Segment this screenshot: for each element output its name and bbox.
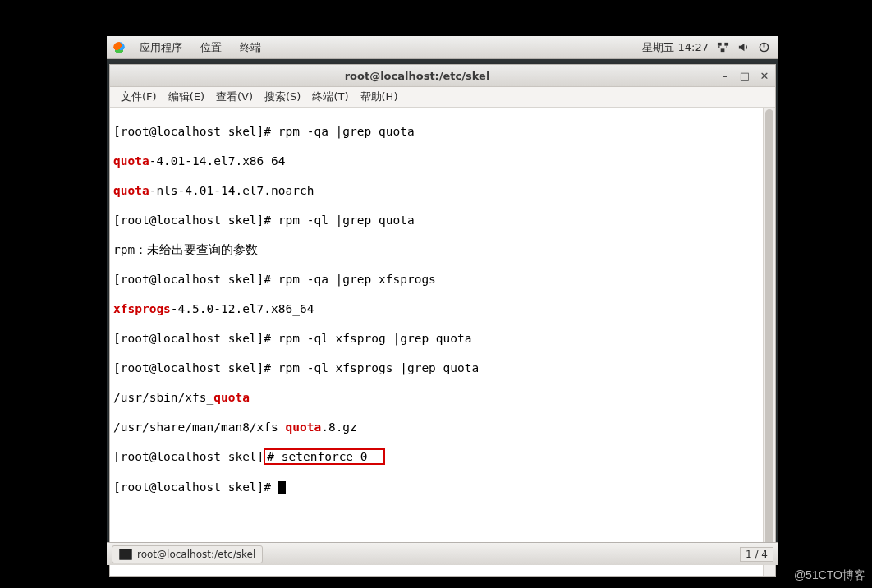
svg-rect-1 xyxy=(724,43,728,46)
term-line: [root@localhost skel]# rpm -qa |grep quo… xyxy=(113,125,415,138)
term-text: -nls-4.01-14.el7.noarch xyxy=(149,184,314,197)
term-line: [root@localhost skel]# rpm -qa |grep xfs… xyxy=(113,273,436,286)
network-icon[interactable] xyxy=(717,41,729,53)
terminal-window: root@localhost:/etc/skel – □ ✕ 文件(F) 编辑(… xyxy=(109,64,776,577)
taskbar-entry-terminal[interactable]: root@localhost:/etc/skel xyxy=(112,545,263,563)
menu-applications[interactable]: 应用程序 xyxy=(133,40,189,55)
term-text: /usr/sbin/xfs_ xyxy=(113,391,213,404)
power-icon[interactable] xyxy=(758,41,770,53)
menu-view[interactable]: 查看(V) xyxy=(210,90,259,104)
svg-rect-0 xyxy=(718,43,722,46)
taskbar-entry-label: root@localhost:/etc/skel xyxy=(137,549,255,560)
workspace-pager[interactable]: 1 / 4 xyxy=(740,547,773,562)
menu-terminal[interactable]: 终端 xyxy=(233,40,268,55)
terminal-scrollbar[interactable] xyxy=(763,108,775,576)
term-text: [root@localhost skel] xyxy=(113,450,264,463)
menu-help[interactable]: 帮助(H) xyxy=(355,90,404,104)
menu-file[interactable]: 文件(F) xyxy=(115,90,163,104)
menu-edit[interactable]: 编辑(E) xyxy=(163,90,210,104)
scrollbar-thumb[interactable] xyxy=(765,109,773,558)
menu-places[interactable]: 位置 xyxy=(194,40,228,55)
term-highlight: quota xyxy=(113,154,149,168)
term-line: [root@localhost skel]# xyxy=(113,480,278,494)
term-highlight: quota xyxy=(286,420,322,434)
highlighted-command-box: # setenforce 0 xyxy=(264,448,385,465)
term-highlight: xfsprogs xyxy=(113,302,171,315)
term-text: .8.gz xyxy=(321,420,357,434)
bottom-panel: root@localhost:/etc/skel 1 / 4 xyxy=(107,542,778,565)
term-line: [root@localhost skel]# rpm -ql xfsprogs … xyxy=(113,361,479,374)
terminal-body[interactable]: [root@localhost skel]# rpm -qa |grep quo… xyxy=(110,108,775,576)
clock[interactable]: 星期五 14:27 xyxy=(642,40,709,55)
menu-search[interactable]: 搜索(S) xyxy=(259,90,306,104)
close-button[interactable]: ✕ xyxy=(759,70,770,81)
distro-logo-icon[interactable] xyxy=(113,42,125,53)
menubar: 文件(F) 编辑(E) 查看(V) 搜索(S) 终端(T) 帮助(H) xyxy=(110,87,775,108)
terminal-icon xyxy=(119,549,132,560)
term-text: -4.01-14.el7.x86_64 xyxy=(149,154,286,168)
watermark: @51CTO博客 xyxy=(794,568,865,583)
titlebar[interactable]: root@localhost:/etc/skel – □ ✕ xyxy=(110,65,775,87)
maximize-button[interactable]: □ xyxy=(739,70,750,81)
volume-icon[interactable] xyxy=(737,41,750,53)
term-line: rpm：未给出要查询的参数 xyxy=(113,243,258,256)
term-highlight: quota xyxy=(213,391,250,404)
term-line: [root@localhost skel]# rpm -ql xfsprog |… xyxy=(113,332,472,345)
cursor-icon xyxy=(278,481,286,494)
top-panel: 应用程序 位置 终端 星期五 14:27 xyxy=(107,36,778,59)
term-highlight: quota xyxy=(113,184,149,197)
term-text: /usr/share/man/man8/xfs_ xyxy=(113,420,286,434)
term-line: [root@localhost skel]# rpm -ql |grep quo… xyxy=(113,214,415,227)
minimize-button[interactable]: – xyxy=(719,70,731,81)
desktop: 应用程序 位置 终端 星期五 14:27 root@localhost:/etc… xyxy=(107,36,778,565)
term-text: -4.5.0-12.el7.x86_64 xyxy=(171,302,314,315)
window-title: root@localhost:/etc/skel xyxy=(115,70,719,82)
menu-terminal-menu[interactable]: 终端(T) xyxy=(306,90,354,104)
